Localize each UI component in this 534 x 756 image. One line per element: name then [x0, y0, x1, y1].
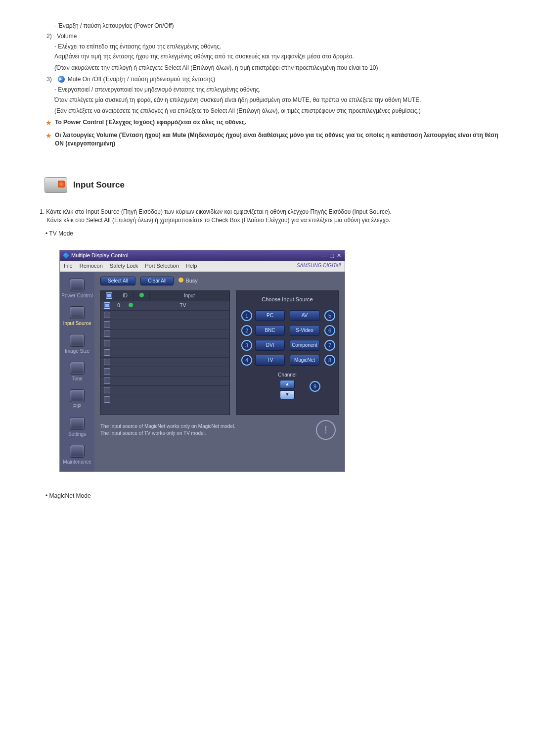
- section-title: Input Source: [73, 179, 125, 191]
- source-magicnet-button[interactable]: MagicNet: [290, 355, 319, 366]
- note-line-2: The Input source of TV works only on TV …: [100, 430, 235, 437]
- plug-icon: [70, 279, 85, 291]
- source-tv-button[interactable]: TV: [255, 355, 285, 366]
- menu-remocon[interactable]: Remocon: [80, 262, 103, 270]
- menu-help[interactable]: Help: [186, 262, 197, 270]
- num-3-label: 3): [46, 75, 55, 84]
- row-checkbox[interactable]: [104, 312, 110, 318]
- speaker-icon: [58, 76, 65, 83]
- menu-file[interactable]: File: [64, 262, 73, 270]
- power-onoff-line: - Έναρξη / παύση λειτουργίας (Power On/O…: [54, 22, 504, 30]
- callout-6: 6: [324, 325, 335, 336]
- mute-p3: (Εάν επιλέξετε να αναιρέσετε τις επιλογέ…: [54, 107, 504, 115]
- sidebar-label: Input Source: [63, 321, 91, 326]
- brand-logo-text: SAMSUNG DIGITall: [297, 262, 341, 270]
- row-checkbox[interactable]: [104, 349, 110, 356]
- volume-p3: (Όταν ακυρώνετε την επιλογή ή επιλέγετε …: [54, 64, 504, 72]
- footer-note: The Input source of MagicNet works only …: [100, 420, 339, 440]
- star1-text: Το Power Control (Έλεγχος Ισχύος) εφαρμό…: [55, 118, 246, 127]
- bullet-tv-text: TV Mode: [49, 230, 73, 237]
- busy-label: Busy: [185, 278, 197, 284]
- row-checkbox[interactable]: [104, 321, 110, 328]
- sidebar-item-maintenance[interactable]: Maintenance: [60, 441, 94, 469]
- sidebar-label: Maintenance: [63, 459, 91, 465]
- table-row[interactable]: [101, 338, 229, 348]
- table-row[interactable]: [101, 357, 229, 367]
- mute-item: 3) Mute On /Off (Έναρξη / παύση μηδενισμ…: [46, 75, 504, 84]
- menu-safety-lock[interactable]: Safety Lock: [110, 262, 138, 270]
- sidebar-item-input-source[interactable]: Input Source: [60, 302, 94, 330]
- sidebar-item-pip[interactable]: PIP: [60, 385, 94, 413]
- callout-7: 7: [324, 340, 335, 351]
- row-input-value: TV: [136, 302, 229, 309]
- table-row[interactable]: [101, 310, 229, 320]
- source-av-button[interactable]: AV: [290, 310, 319, 321]
- callout-2: 2: [241, 325, 252, 336]
- star-note-2: ★ Οι λειτουργίες Volume (Ένταση ήχου) κα…: [45, 131, 504, 148]
- note-line-1: The Input source of MagicNet works only …: [100, 423, 235, 430]
- callout-3: 3: [241, 340, 252, 351]
- col-id: ID: [117, 291, 134, 301]
- row-checkbox[interactable]: [104, 359, 110, 365]
- col-status: [134, 291, 150, 301]
- mute-p1: - Ενεργοποιεί / απενεργοποιεί τον μηδενι…: [54, 86, 504, 94]
- col-check[interactable]: [101, 291, 117, 301]
- source-component-button[interactable]: Component: [290, 340, 319, 351]
- volume-item: 2) Volume: [46, 32, 504, 41]
- info-icon: !: [316, 420, 336, 440]
- section-para: 1. Κάντε κλικ στο Input Source (Πηγή Εισ…: [40, 208, 504, 225]
- channel-label: Channel: [278, 372, 296, 378]
- sidebar-label: Power Control: [61, 293, 92, 298]
- row-checkbox[interactable]: [104, 340, 110, 346]
- channel-down-button[interactable]: ▼: [280, 390, 295, 399]
- channel-up-button[interactable]: ▲: [280, 380, 295, 389]
- mute-label: Mute On /Off (Έναρξη / παύση μηδενισμού …: [68, 76, 215, 83]
- table-row[interactable]: [101, 329, 229, 338]
- sidebar-label: Settings: [68, 431, 86, 437]
- bullet-mn-text: MagicNet Mode: [49, 492, 91, 499]
- callout-9: 9: [310, 381, 320, 392]
- volume-p2: Λαμβάνει την τιμή της έντασης ήχου της ε…: [54, 52, 504, 61]
- table-row[interactable]: [101, 395, 229, 404]
- row-checkbox[interactable]: [104, 368, 110, 375]
- row-checkbox[interactable]: [104, 331, 110, 337]
- row-checkbox[interactable]: [104, 396, 110, 403]
- star-note-1: ★ Το Power Control (Έλεγχος Ισχύος) εφαρ…: [45, 118, 504, 128]
- mute-p2: Όταν επιλέγετε μία συσκευή τη φορά, εάν …: [54, 96, 504, 104]
- star-icon: ★: [45, 131, 52, 141]
- section-p2: Κάντε κλικ στο Select All (Επιλογή όλων)…: [46, 216, 390, 225]
- table-row[interactable]: [101, 385, 229, 395]
- busy-indicator: Busy: [178, 277, 197, 284]
- gear-icon: [70, 417, 85, 430]
- source-svideo-button[interactable]: S-Video: [290, 325, 319, 336]
- source-dvi-button[interactable]: DVI: [255, 340, 285, 351]
- app-screenshot: 🔷 Multiple Display Control — ▢ ✕ File Re…: [59, 250, 345, 472]
- table-row[interactable]: [101, 367, 229, 376]
- table-row[interactable]: [101, 376, 229, 385]
- select-all-button[interactable]: Select All: [100, 277, 135, 285]
- window-titlebar: 🔷 Multiple Display Control — ▢ ✕: [60, 250, 345, 261]
- sidebar-item-image-size[interactable]: Image Size: [60, 330, 94, 358]
- sidebar-item-settings[interactable]: Settings: [60, 413, 94, 441]
- source-pc-button[interactable]: PC: [255, 310, 285, 321]
- image-size-icon: [70, 334, 85, 347]
- clear-all-button[interactable]: Clear All: [140, 277, 174, 285]
- table-row[interactable]: [101, 320, 229, 329]
- source-bnc-button[interactable]: BNC: [255, 325, 285, 336]
- table-row[interactable]: 0TV: [101, 301, 229, 310]
- menu-port-selection[interactable]: Port Selection: [145, 262, 178, 270]
- window-controls[interactable]: — ▢ ✕: [321, 252, 342, 259]
- row-checkbox[interactable]: [104, 378, 110, 384]
- sidebar-label: PIP: [73, 404, 81, 409]
- callout-4: 4: [241, 355, 252, 366]
- sidebar-item-time[interactable]: Time: [60, 358, 94, 385]
- row-id: 0: [113, 302, 125, 309]
- num-2-label: 2): [46, 32, 55, 41]
- sidebar-item-power-control[interactable]: Power Control: [60, 275, 94, 302]
- menubar: File Remocon Safety Lock Port Selection …: [60, 261, 345, 271]
- row-checkbox[interactable]: [104, 302, 110, 309]
- row-checkbox[interactable]: [104, 387, 110, 393]
- panel-title: Choose Input Source: [241, 296, 333, 303]
- table-row[interactable]: [101, 348, 229, 357]
- callout-1: 1: [241, 310, 252, 321]
